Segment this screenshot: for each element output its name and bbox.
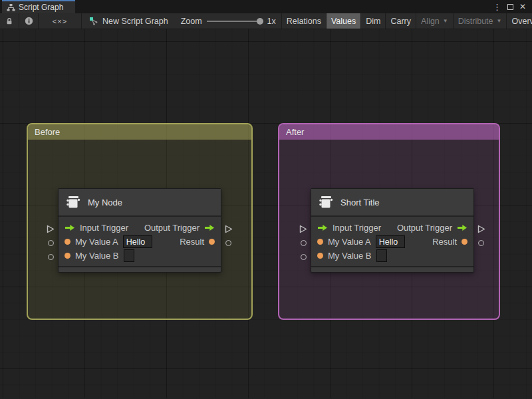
value-b-input[interactable] (124, 249, 134, 262)
hierarchy-icon (7, 3, 15, 12)
unit-node-icon (317, 194, 334, 211)
value-a-label: My Value A (75, 237, 118, 247)
dot-icon[interactable] (65, 253, 70, 259)
angle-x-icon: <×> (53, 17, 67, 25)
chevron-down-icon: ▼ (497, 18, 502, 24)
input-trigger-label: Input Trigger (332, 223, 381, 233)
node-body: Input Trigger Output Trigger My Value A … (311, 217, 473, 266)
chevron-down-icon: ▼ (443, 18, 448, 24)
node-footer (311, 266, 473, 272)
node-header[interactable]: Short Title (311, 189, 473, 217)
close-icon[interactable]: ✕ (519, 3, 526, 11)
dot-icon[interactable] (65, 239, 70, 245)
align-label: Align (421, 17, 440, 26)
triangle-outline-icon[interactable] (299, 225, 307, 233)
port-row-value-a: My Value A Result (59, 235, 221, 249)
result-label: Result (180, 237, 204, 247)
circle-outline-icon[interactable] (478, 240, 484, 246)
graph-asset-breadcrumb[interactable]: New Script Graph (82, 13, 176, 29)
circle-outline-icon[interactable] (225, 240, 231, 246)
info-button[interactable] (19, 13, 38, 29)
input-trigger-label: Input Trigger (80, 223, 128, 233)
triangle-outline-icon[interactable] (47, 225, 55, 233)
circle-outline-icon[interactable] (301, 254, 307, 260)
value-a-label: My Value A (328, 237, 371, 247)
lock-icon (5, 17, 13, 25)
group-after-header[interactable]: After (279, 124, 499, 140)
triangle-outline-icon[interactable] (477, 225, 485, 233)
tab-script-graph[interactable]: Script Graph (2, 0, 75, 13)
arrow-right-icon[interactable] (65, 224, 75, 231)
relations-toggle[interactable]: Relations (282, 13, 326, 29)
lock-button[interactable] (0, 13, 19, 29)
value-a-input[interactable] (376, 235, 405, 248)
graph-canvas[interactable]: Before After My Node (0, 29, 532, 398)
zoom-slider-handle[interactable] (257, 18, 263, 25)
arrow-right-icon[interactable] (204, 224, 215, 231)
node-title: My Node (88, 198, 122, 207)
arrow-right-icon[interactable] (317, 224, 328, 231)
values-toggle[interactable]: Values (327, 13, 360, 29)
node-short-title[interactable]: Short Title Input Trigger Output Trigger… (311, 188, 474, 273)
maximize-icon[interactable] (507, 4, 513, 10)
tab-label: Script Graph (19, 3, 63, 12)
node-header[interactable]: My Node (59, 189, 221, 217)
zoom-control: Zoom 1x (176, 13, 281, 29)
zoom-slider[interactable] (207, 21, 263, 22)
node-my-node[interactable]: My Node Input Trigger Output Trigger My … (58, 188, 221, 273)
output-trigger-label: Output Trigger (144, 223, 200, 233)
port-row-value-a: My Value A Result (311, 235, 473, 249)
toolbar-toggle-group: Relations Values Dim Carry Align ▼ Distr… (281, 13, 532, 29)
node-title: Short Title (340, 198, 380, 207)
distribute-label: Distribute (458, 17, 493, 26)
triangle-outline-icon[interactable] (225, 225, 233, 233)
value-b-label: My Value B (75, 251, 119, 261)
distribute-dropdown[interactable]: Distribute ▼ (454, 13, 507, 29)
node-body: Input Trigger Output Trigger My Value A … (59, 217, 221, 266)
port-row-triggers: Input Trigger Output Trigger (311, 221, 473, 235)
group-before-label: Before (35, 127, 60, 137)
output-trigger-label: Output Trigger (397, 223, 452, 233)
dot-icon[interactable] (317, 239, 323, 245)
unit-node-icon (65, 194, 82, 211)
info-icon (25, 17, 33, 25)
dot-icon[interactable] (462, 239, 467, 245)
circle-outline-icon[interactable] (301, 240, 307, 246)
code-preview-button[interactable]: <×> (39, 13, 81, 29)
value-a-input[interactable] (123, 235, 152, 248)
group-after-label: After (286, 127, 304, 137)
dot-icon[interactable] (317, 253, 323, 259)
window-titlebar: Script Graph ⋮ ✕ (0, 0, 532, 13)
dot-icon[interactable] (209, 239, 215, 245)
circle-outline-icon[interactable] (48, 254, 54, 260)
node-footer (59, 266, 221, 272)
window-controls: ⋮ ✕ (493, 0, 532, 13)
port-row-triggers: Input Trigger Output Trigger (59, 221, 221, 235)
circle-outline-icon[interactable] (48, 240, 54, 246)
graph-asset-name: New Script Graph (102, 17, 168, 26)
zoom-value: 1x (267, 17, 276, 26)
script-graph-icon (89, 17, 98, 26)
align-dropdown[interactable]: Align ▼ (416, 13, 453, 29)
arrow-right-icon[interactable] (457, 224, 467, 231)
zoom-label: Zoom (181, 17, 202, 26)
carry-toggle[interactable]: Carry (386, 13, 416, 29)
group-before-header[interactable]: Before (28, 124, 251, 140)
result-label: Result (432, 237, 457, 247)
value-b-input[interactable] (376, 249, 387, 262)
graph-toolbar: <×> New Script Graph Zoom 1x Relations V… (0, 13, 532, 29)
kebab-menu-icon[interactable]: ⋮ (493, 3, 501, 11)
dim-toggle[interactable]: Dim (361, 13, 385, 29)
port-row-value-b: My Value B (311, 249, 473, 263)
value-b-label: My Value B (328, 251, 372, 261)
port-row-value-b: My Value B (59, 249, 221, 263)
overview-button[interactable]: Overview (507, 13, 532, 29)
